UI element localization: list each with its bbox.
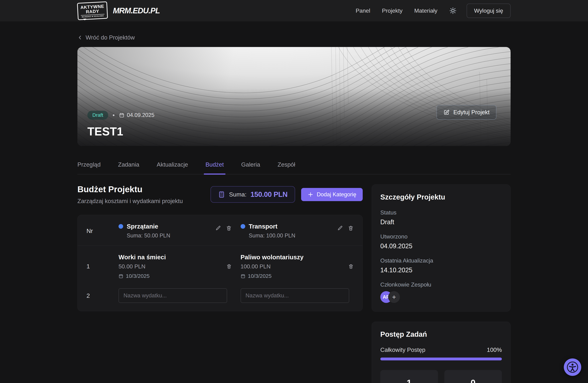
back-to-projects-link[interactable]: Wróć do Projektów — [77, 34, 135, 41]
tab-budzet[interactable]: Budżet — [206, 161, 224, 174]
status-value: Draft — [380, 218, 502, 226]
project-hero-banner: Draft 04.09.2025 TEST1 Edytuj Projekt — [77, 47, 511, 146]
expense-date: 10/3/2025 — [241, 273, 304, 279]
budget-table-header: Nr Sprzątanie Suma: 50.00 PLN — [78, 215, 362, 246]
expense-amount: 50.00 PLN — [119, 263, 166, 270]
nav-item-projekty[interactable]: Projekty — [382, 7, 402, 14]
category-color-dot — [119, 224, 123, 229]
nav-item-panel[interactable]: Panel — [356, 7, 370, 14]
expense-date: 10/3/2025 — [119, 273, 166, 279]
nav-item-materialy[interactable]: Materiały — [414, 7, 438, 14]
members-label: Członkowie Zespołu — [380, 281, 502, 288]
plus-icon — [308, 192, 314, 197]
expense-date-text: 10/3/2025 — [126, 273, 149, 279]
accessibility-widget-button[interactable] — [564, 359, 581, 376]
tab-aktualizacje[interactable]: Aktualizacje — [157, 161, 188, 174]
expense-row-1: 1 Worki na śmieci 50.00 PLN 10/3/2025 — [78, 246, 362, 279]
edit-project-label: Edytuj Projekt — [453, 109, 490, 116]
budget-section-title: Budżet Projektu — [77, 184, 183, 194]
calendar-icon — [119, 112, 125, 118]
expense-name: Paliwo wolontariuszy — [241, 254, 304, 261]
total-progress-percent: 100% — [487, 346, 502, 353]
tab-zespol[interactable]: Zespół — [278, 161, 295, 174]
updated-value: 14.10.2025 — [380, 266, 502, 274]
updated-label: Ostatnia Aktualizacja — [380, 257, 502, 264]
tab-galeria[interactable]: Galeria — [241, 161, 260, 174]
budget-section-subtitle: Zarządzaj kosztami i wydatkami projektu — [77, 198, 183, 205]
status-label: Status — [380, 209, 502, 216]
created-label: Utworzono — [380, 233, 502, 240]
add-category-button[interactable]: Dodaj Kategorię — [301, 188, 363, 201]
top-navigation-bar: AKTYWNE RADY MŁODZIEŻ W DZIAŁANIU MRM.ED… — [0, 0, 588, 21]
expense-amount: 100.00 PLN — [241, 263, 304, 270]
expense-item: Worki na śmieci 50.00 PLN 10/3/2025 — [119, 254, 232, 279]
remaining-count: 0 — [444, 378, 502, 383]
theme-toggle-button[interactable] — [449, 7, 457, 14]
aktywne-rady-badge-logo: AKTYWNE RADY MŁODZIEŻ W DZIAŁANIU — [77, 1, 108, 20]
category-header-sprzatanie: Sprzątanie Suma: 50.00 PLN — [119, 223, 232, 239]
budget-sum-badge: Suma: 150.00 PLN — [210, 186, 295, 203]
edit-category-button[interactable] — [215, 225, 221, 231]
add-category-label: Dodaj Kategorię — [317, 191, 356, 198]
back-to-projects-label: Wróć do Projektów — [85, 34, 135, 41]
status-badge: Draft — [87, 111, 108, 120]
tab-zadania[interactable]: Zadania — [118, 161, 139, 174]
calendar-icon — [241, 274, 245, 278]
category-color-dot — [241, 224, 245, 229]
category-header-transport: Transport Suma: 100.00 PLN — [241, 223, 354, 239]
task-progress-card: Postęp Zadań Całkowity Postęp 100% 1 Uko… — [372, 322, 511, 383]
expense-date-text: 10/3/2025 — [248, 273, 272, 279]
created-value: 04.09.2025 — [380, 242, 502, 250]
total-progress-label: Całkowity Postęp — [380, 346, 425, 353]
project-tabs: Przegląd Zadania Aktualizacje Budżet Gal… — [77, 161, 511, 174]
sum-label: Suma: — [229, 191, 247, 198]
separator-dot — [113, 114, 114, 116]
accessibility-person-icon — [566, 361, 579, 374]
calculator-icon — [218, 191, 225, 198]
sun-icon — [449, 7, 457, 14]
expense-item: Paliwo wolontariuszy 100.00 PLN 10/3/202… — [241, 254, 354, 279]
remaining-stat-box: 0 Pozostałe — [444, 370, 502, 383]
brand-logo[interactable]: AKTYWNE RADY MŁODZIEŻ W DZIAŁANIU MRM.ED… — [77, 2, 160, 20]
category-sum: Suma: 50.00 PLN — [127, 233, 170, 239]
progress-bar-fill — [380, 358, 502, 361]
project-details-card: Szczegóły Projektu Status Draft Utworzon… — [372, 184, 511, 312]
category-sum: Suma: 100.00 PLN — [249, 233, 295, 239]
edit-icon — [443, 109, 450, 115]
category-name: Transport — [249, 223, 277, 230]
row-number: 2 — [86, 292, 110, 299]
delete-category-button[interactable] — [226, 225, 232, 231]
brand-name: MRM.EDU.PL — [113, 6, 160, 15]
project-title: TEST1 — [87, 125, 154, 138]
row-number: 1 — [86, 263, 110, 270]
project-date-text: 04.09.2025 — [127, 112, 154, 118]
expense-name: Worki na śmieci — [119, 254, 166, 261]
delete-expense-button[interactable] — [226, 264, 232, 269]
edit-category-button[interactable] — [337, 225, 343, 231]
delete-category-button[interactable] — [348, 225, 354, 231]
add-member-button[interactable]: + — [388, 291, 400, 303]
category-name: Sprzątanie — [127, 223, 158, 230]
chevron-left-icon — [77, 35, 83, 40]
completed-count: 1 — [380, 378, 438, 383]
new-expense-input[interactable] — [241, 288, 349, 303]
new-expense-input[interactable] — [119, 288, 227, 303]
delete-expense-button[interactable] — [348, 264, 354, 269]
nr-column-header: Nr — [86, 227, 110, 234]
new-expense-row: 2 — [78, 279, 362, 303]
logout-button[interactable]: Wyloguj się — [467, 3, 511, 18]
tab-przeglad[interactable]: Przegląd — [77, 161, 101, 174]
project-details-title: Szczegóły Projektu — [380, 193, 502, 201]
sum-value: 150.00 PLN — [251, 191, 287, 198]
edit-project-button[interactable]: Edytuj Projekt — [437, 105, 496, 120]
progress-bar-track — [380, 358, 502, 361]
calendar-icon — [119, 274, 123, 278]
budget-table-card: Nr Sprzątanie Suma: 50.00 PLN — [77, 215, 363, 311]
main-nav: Panel Projekty Materiały — [356, 7, 437, 14]
task-progress-title: Postęp Zadań — [380, 330, 502, 338]
badge-subtext: MŁODZIEŻ W DZIAŁANIU — [81, 14, 105, 18]
completed-stat-box: 1 Ukończone — [380, 370, 438, 383]
project-date: 04.09.2025 — [119, 112, 154, 118]
